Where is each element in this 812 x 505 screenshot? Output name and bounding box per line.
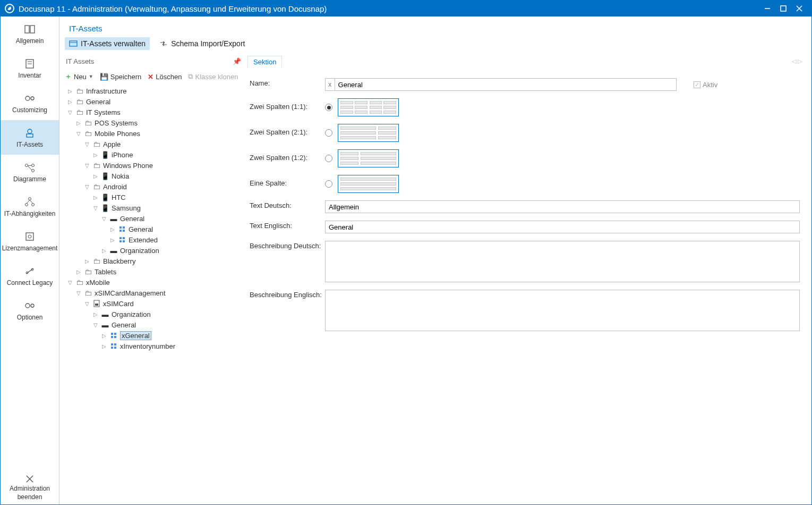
tree-item[interactable]: General (112, 321, 136, 329)
svg-point-11 (28, 129, 32, 133)
minimize-button[interactable] (759, 1, 775, 16)
tree-item[interactable]: Blackberry (103, 257, 135, 265)
radio-layout-single[interactable] (325, 180, 332, 188)
tree-title: IT Assets (66, 57, 94, 65)
svg-line-21 (27, 200, 30, 204)
tree-item[interactable]: xSIMCard (103, 300, 134, 308)
svg-rect-39 (123, 237, 125, 239)
tree-item[interactable]: Infrastructure (86, 87, 127, 95)
tree-item[interactable]: Windows Phone (103, 162, 153, 170)
btn-klasse-klonen[interactable]: ⧉Klasse klonen (188, 72, 238, 81)
maximize-button[interactable] (775, 1, 791, 16)
folder-icon (92, 182, 101, 191)
nav-lizenz[interactable]: Lizenzmanagement (1, 224, 59, 258)
input-text-deutsch[interactable] (325, 200, 800, 213)
tree-item[interactable]: POS Systems (95, 119, 138, 127)
nav-it-abh[interactable]: IT-Abhängigkeiten (1, 189, 59, 224)
layout-preview-1-1 (338, 98, 399, 116)
folder-icon (84, 119, 92, 127)
tree-item[interactable]: Apple (103, 140, 121, 148)
svg-rect-41 (123, 240, 125, 242)
tree-item[interactable]: IT Systems (86, 108, 121, 116)
section-icon: ▬ (109, 214, 118, 223)
folder-icon (75, 278, 84, 287)
nav-it-assets[interactable]: IT-Assets (1, 120, 59, 155)
textarea-beschr-deutsch[interactable] (325, 241, 800, 282)
svg-line-25 (26, 268, 33, 274)
folder-icon (75, 87, 84, 95)
clone-icon: ⧉ (188, 72, 193, 81)
tree-item[interactable]: Tablets (95, 268, 116, 276)
folder-icon (84, 129, 92, 138)
svg-point-19 (25, 203, 28, 206)
app-logo-icon (5, 4, 14, 13)
asset-tree[interactable]: ▷Infrastructure ▷General ▽IT Systems ▷PO… (59, 85, 245, 504)
folder-icon (92, 140, 101, 148)
nav-label: IT-Abhängigkeiten (4, 210, 56, 217)
svg-point-20 (32, 203, 35, 206)
tab-schema-import-export[interactable]: Schema Import/Export (155, 37, 249, 50)
tree-item[interactable]: Samsung (112, 204, 141, 212)
radio-layout-2-1[interactable] (325, 129, 332, 137)
folder-icon (75, 108, 84, 116)
nav-allgemein[interactable]: Allgemein (1, 16, 59, 51)
grid-icon (109, 331, 118, 340)
form-tab-sektion[interactable]: Sektion (247, 56, 282, 68)
tree-item[interactable]: iPhone (112, 151, 133, 159)
grid-icon (118, 235, 126, 244)
sim-icon (92, 299, 101, 308)
svg-point-14 (32, 164, 35, 166)
nav-label: Customizing (12, 106, 47, 114)
radio-layout-1-2[interactable] (325, 155, 332, 162)
nav-inventar[interactable]: Inventar (1, 51, 59, 86)
tree-item[interactable]: HTC (112, 193, 126, 201)
nav-label: Diagramme (13, 175, 46, 183)
tree-item[interactable]: General (86, 98, 110, 106)
folder-icon (92, 161, 101, 170)
tree-item[interactable]: Organization (112, 310, 151, 318)
tree-item[interactable]: xInventorynumber (120, 342, 175, 350)
tree-item[interactable]: Extended (129, 236, 158, 244)
tree-item[interactable]: xMobile (86, 279, 110, 287)
nav-diagramme[interactable]: Diagramme (1, 155, 59, 189)
btn-speichern[interactable]: 💾Speichern (100, 73, 142, 81)
phone-icon: 📱 (101, 204, 109, 212)
svg-rect-51 (114, 347, 116, 349)
svg-rect-38 (119, 237, 122, 239)
svg-rect-34 (119, 226, 122, 229)
tree-item[interactable]: Nokia (112, 172, 129, 180)
textarea-beschr-englisch[interactable] (325, 290, 800, 331)
input-text-englisch[interactable] (325, 221, 800, 233)
radio-layout-1-1[interactable] (325, 104, 332, 111)
tab-it-assets-verwalten[interactable]: IT-Assets verwalten (65, 37, 150, 50)
nav-customizing[interactable]: Customizing (1, 86, 59, 120)
pin-icon[interactable]: 📌 (233, 57, 241, 65)
tree-item[interactable]: Organization (120, 247, 159, 255)
tree-item[interactable]: General (129, 225, 153, 233)
label-beschr-deutsch: Beschreibung Deutsch: (250, 241, 325, 250)
svg-rect-1 (781, 6, 786, 11)
layout-preview-single (338, 175, 399, 193)
nav-connect[interactable]: Connect Legacy (1, 258, 59, 293)
delete-icon: ✕ (148, 73, 153, 81)
grid-icon (109, 342, 118, 350)
label-beschr-englisch: Beschreibung Englisch: (250, 290, 325, 299)
tab-nav-arrows[interactable]: ◁ ▷ (792, 58, 804, 65)
checkbox-aktiv[interactable]: ✓ (694, 81, 700, 88)
tree-item[interactable]: xSIMCardManagement (95, 289, 166, 297)
nav-label: Optionen (17, 314, 43, 321)
admin-exit-button[interactable]: Administration beenden (1, 470, 59, 504)
svg-rect-43 (95, 304, 98, 306)
btn-loeschen[interactable]: ✕Löschen (148, 73, 182, 81)
label-eine-spalte: Eine Spalte: (250, 175, 325, 187)
tree-item[interactable]: General (120, 215, 144, 223)
btn-neu[interactable]: ＋Neu▼ (65, 72, 93, 81)
section-icon: ▬ (109, 246, 118, 255)
tree-item[interactable]: Mobile Phones (95, 130, 140, 138)
input-name[interactable] (335, 78, 677, 91)
nav-optionen[interactable]: Optionen (1, 293, 59, 327)
close-button[interactable] (791, 1, 807, 16)
tree-item[interactable]: Android (103, 183, 127, 191)
tab-label: IT-Assets verwalten (81, 39, 146, 48)
tree-item-selected[interactable]: xGeneral (120, 331, 151, 340)
